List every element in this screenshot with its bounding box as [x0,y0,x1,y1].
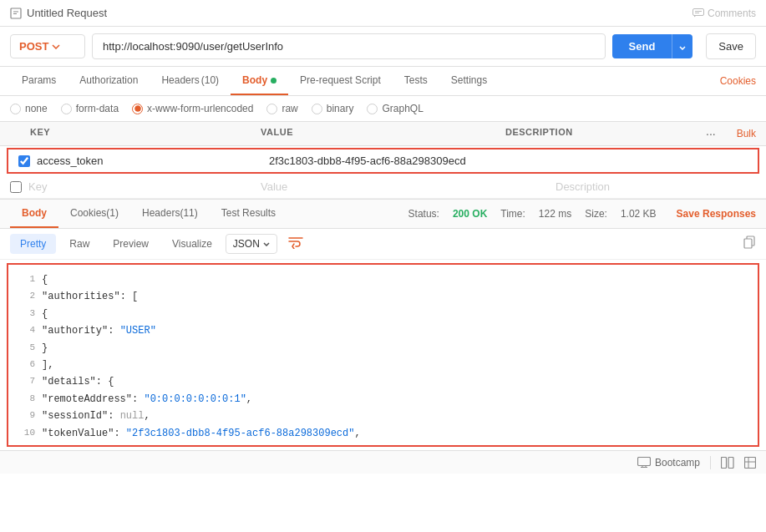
response-status: Status: 200 OK Time: 122 ms Size: 1.02 K… [408,208,756,220]
method-selector[interactable]: POST [10,34,85,58]
send-btn-group: Send [612,34,693,58]
svg-rect-7 [744,239,752,248]
layout-toggle-icon [721,457,734,469]
bootcamp-icon [637,457,651,468]
resp-tab-cookies[interactable]: Cookies(1) [58,200,130,228]
footer-divider [710,456,711,469]
tab-params[interactable]: Params [10,67,68,95]
radio-graphql [367,104,378,114]
status-value: 200 OK [453,208,487,220]
save-response-button[interactable]: Save Responses [677,208,756,220]
resp-tab-visualize[interactable]: Visualize [162,234,222,254]
page-title: Untitled Request [27,7,107,19]
size-label: Size: [585,208,607,220]
bulk-edit-link[interactable]: Bulk [737,128,756,139]
format-selector[interactable]: JSON [226,234,277,254]
json-response-viewer: 1{2 "authorities": [3 {4 "authority": "U… [7,263,759,447]
expand-icon[interactable] [744,457,756,469]
layout-icon[interactable] [721,457,734,469]
kv-empty-row: Key Value Description [0,175,766,199]
svg-rect-12 [722,457,727,468]
radio-none [10,104,21,114]
kv-row-checkbox[interactable] [18,155,30,167]
resp-tab-preview[interactable]: Preview [103,234,159,254]
time-label: Time: [500,208,525,220]
url-bar: POST Send Save [0,27,766,67]
bootcamp-item[interactable]: Bootcamp [637,457,700,469]
tab-settings[interactable]: Settings [439,67,499,95]
bootcamp-label: Bootcamp [655,457,700,469]
resp-tab-raw[interactable]: Raw [59,234,99,254]
tab-tests[interactable]: Tests [393,67,439,95]
title-bar: Untitled Request Comments [0,0,766,27]
kv-col-actions: ··· Bulk [706,127,756,140]
copy-response-icon[interactable] [743,236,756,252]
footer: Bootcamp [0,450,766,474]
svg-rect-3 [692,9,703,16]
method-label: POST [19,40,48,53]
format-label: JSON [233,238,260,250]
kv-col-key: KEY [10,127,261,140]
kv-empty-key[interactable]: Key [28,180,261,193]
radio-form-data [61,104,72,114]
body-type-urlencoded[interactable]: x-www-form-urlencoded [132,103,253,114]
kv-empty-description[interactable]: Description [555,180,756,193]
kv-table-header: KEY VALUE DESCRIPTION ··· Bulk [0,122,766,146]
expand-icon [744,457,756,469]
cookies-link[interactable]: Cookies [720,75,756,87]
svg-rect-13 [728,457,733,468]
url-input[interactable] [92,33,606,59]
comments-icon [692,8,704,18]
time-value: 122 ms [539,208,571,220]
body-type-form-data[interactable]: form-data [61,103,119,114]
body-type-none[interactable]: none [10,103,48,114]
send-dropdown-button[interactable] [672,34,692,58]
kv-row-key[interactable]: access_token [37,155,269,167]
kv-col-value: VALUE [261,127,505,140]
size-value: 1.02 KB [621,208,657,220]
radio-raw [266,104,277,114]
kv-col-description: DESCRIPTION [505,127,706,140]
send-chevron-icon [679,46,686,50]
kv-empty-value[interactable]: Value [261,180,555,193]
tab-headers[interactable]: Headers(10) [150,67,231,95]
tab-pre-request[interactable]: Pre-request Script [288,67,393,95]
resp-tab-headers[interactable]: Headers(11) [130,200,210,228]
kv-empty-checkbox[interactable] [10,181,22,193]
body-dot [271,78,276,84]
resp-tab-pretty[interactable]: Pretty [10,234,56,254]
radio-urlencoded [132,104,143,114]
request-icon [10,8,22,19]
response-tabs: Body Cookies(1) Headers(11) Test Results… [0,199,766,229]
body-type-graphql[interactable]: GraphQL [367,103,423,114]
kv-row-value[interactable]: 2f3c1803-dbb8-4f95-acf6-88a298309ecd [269,155,547,167]
resp-tab-body[interactable]: Body [10,200,58,228]
chevron-down-icon [52,44,60,49]
request-tabs: Params Authorization Headers(10) Body Pr… [0,67,766,96]
save-button[interactable]: Save [706,33,756,59]
format-chevron-icon [263,242,270,246]
response-body-toolbar: Pretty Raw Preview Visualize JSON [0,229,766,260]
kv-table-row: access_token 2f3c1803-dbb8-4f95-acf6-88a… [7,148,759,174]
svg-rect-8 [637,458,650,466]
wrap-text-icon[interactable] [287,236,304,253]
svg-rect-14 [745,457,756,468]
send-button[interactable]: Send [612,34,672,58]
status-label: Status: [408,208,439,220]
radio-binary [312,104,322,114]
comments-label[interactable]: Comments [708,8,756,19]
tab-body[interactable]: Body [231,67,288,95]
resp-tab-test-results[interactable]: Test Results [210,200,287,228]
body-type-binary[interactable]: binary [312,103,354,114]
body-types: none form-data x-www-form-urlencoded raw… [0,96,766,122]
body-type-raw[interactable]: raw [266,103,297,114]
more-options-icon[interactable]: ··· [706,127,716,140]
tab-authorization[interactable]: Authorization [68,67,150,95]
